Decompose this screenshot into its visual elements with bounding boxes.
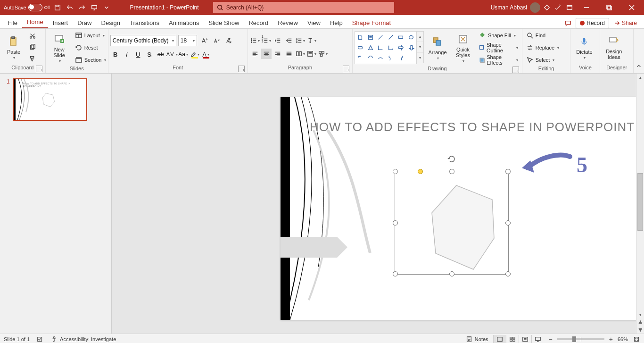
handle-tr[interactable] — [505, 169, 511, 174]
handle-tm[interactable] — [449, 169, 454, 174]
handle-tl[interactable] — [393, 169, 398, 174]
shapes-gallery[interactable] — [355, 31, 417, 64]
font-size-combo[interactable]: 18▾ — [178, 35, 197, 46]
shadow-icon[interactable]: S — [144, 49, 155, 59]
shape-selection[interactable] — [395, 171, 509, 275]
align-left-icon[interactable] — [250, 49, 260, 59]
undo-icon[interactable] — [65, 3, 74, 12]
layout-button[interactable]: Layout▾ — [73, 30, 108, 41]
toggle-switch[interactable] — [28, 4, 42, 11]
normal-view-icon[interactable] — [493, 335, 506, 343]
slide-canvas[interactable]: HOW TO ADD EFFECTS TO SHAPE IN POWERPOIN… — [112, 74, 644, 334]
align-center-icon[interactable] — [261, 49, 272, 59]
slide-thumbnail-1[interactable]: HOW TO ADD EFFECTS TO SHAPE IN POWERPOIN… — [13, 78, 87, 121]
wand-icon[interactable] — [553, 3, 563, 12]
share-button[interactable]: Share — [609, 18, 641, 28]
tab-slideshow[interactable]: Slide Show — [204, 17, 244, 28]
spellcheck-icon[interactable] — [36, 335, 44, 343]
hexagon-shape[interactable] — [423, 183, 504, 272]
bullets-icon[interactable]: ▾ — [250, 35, 260, 46]
italic-icon[interactable]: I — [122, 49, 132, 59]
align-right-icon[interactable] — [272, 49, 283, 59]
prev-slide-icon[interactable]: ⯅ — [638, 318, 643, 326]
tab-help[interactable]: Help — [325, 17, 347, 28]
change-case-icon[interactable]: Aa▾ — [178, 49, 189, 59]
sorter-view-icon[interactable] — [506, 335, 519, 343]
columns-icon[interactable]: ▾ — [295, 49, 305, 59]
record-button[interactable]: Record — [576, 18, 609, 28]
redo-icon[interactable] — [77, 3, 87, 12]
zoom-level[interactable]: 66% — [618, 336, 628, 342]
scroll-up-icon[interactable]: ▴ — [639, 74, 642, 81]
reading-view-icon[interactable] — [519, 335, 531, 343]
gallery-scroll[interactable]: ▴▾▾ — [417, 31, 424, 63]
account-button[interactable]: Usman Abbasi — [491, 2, 540, 13]
font-dialog-icon[interactable] — [238, 66, 245, 72]
minimize-button[interactable] — [576, 0, 597, 15]
highlight-icon[interactable]: ▾ — [190, 49, 200, 59]
notes-button[interactable]: Notes — [465, 335, 488, 343]
underline-icon[interactable]: U — [133, 49, 143, 59]
smartart-icon[interactable]: ▾ — [318, 49, 328, 59]
shape-outline-button[interactable]: Shape Outline▾ — [477, 42, 520, 53]
qat-more-icon[interactable] — [102, 3, 111, 12]
quick-styles-button[interactable]: Quick Styles▾ — [451, 32, 475, 64]
new-slide-button[interactable]: New Slide ▾ — [48, 32, 71, 64]
tab-home[interactable]: Home — [22, 16, 48, 28]
tab-design[interactable]: Design — [97, 17, 125, 28]
tab-record[interactable]: Record — [244, 17, 273, 28]
strike-icon[interactable]: ab — [156, 49, 166, 59]
paragraph-dialog-icon[interactable] — [343, 66, 349, 72]
decrease-font-icon[interactable] — [211, 35, 222, 46]
rotate-handle-icon[interactable] — [447, 154, 456, 164]
bold-icon[interactable]: B — [110, 49, 121, 59]
maximize-button[interactable] — [599, 0, 619, 15]
handle-ml[interactable] — [393, 220, 398, 226]
collapse-ribbon-icon[interactable] — [634, 29, 644, 73]
justify-icon[interactable] — [284, 49, 294, 59]
drawing-dialog-icon[interactable] — [512, 67, 519, 73]
decrease-indent-icon[interactable] — [272, 35, 283, 46]
section-button[interactable]: Section▾ — [73, 54, 108, 66]
tab-insert[interactable]: Insert — [48, 17, 73, 28]
scroll-down-icon[interactable]: ▾ — [639, 311, 642, 318]
fit-window-icon[interactable] — [633, 335, 640, 343]
tab-shape-format[interactable]: Shape Format — [347, 17, 396, 28]
copy-icon[interactable] — [27, 42, 38, 52]
next-slide-icon[interactable]: ⯆ — [638, 326, 643, 334]
ribbon-display-icon[interactable] — [565, 3, 574, 12]
close-button[interactable] — [621, 0, 642, 15]
scroll-thumb[interactable] — [637, 173, 643, 231]
handle-mr[interactable] — [505, 220, 511, 226]
present-from-start-icon[interactable] — [90, 3, 99, 12]
replace-button[interactable]: Replace▾ — [524, 42, 561, 53]
char-spacing-icon[interactable]: AV▾ — [167, 49, 177, 59]
clipboard-dialog-icon[interactable] — [36, 66, 42, 72]
tab-animations[interactable]: Animations — [164, 17, 204, 28]
slideshow-view-icon[interactable] — [531, 335, 544, 343]
tab-file[interactable]: File — [3, 17, 22, 28]
handle-br[interactable] — [505, 271, 511, 276]
shape-fill-button[interactable]: Shape Fill▾ — [477, 30, 520, 41]
arrange-button[interactable]: Arrange▾ — [426, 34, 449, 61]
zoom-in-icon[interactable]: + — [609, 335, 613, 343]
increase-indent-icon[interactable] — [284, 35, 294, 46]
select-button[interactable]: Select▾ — [524, 54, 561, 66]
format-painter-icon[interactable] — [27, 53, 38, 64]
zoom-out-icon[interactable]: − — [549, 335, 553, 343]
comments-button[interactable] — [561, 18, 576, 28]
search-box[interactable]: Search (Alt+Q) — [213, 2, 394, 13]
zoom-slider[interactable] — [557, 338, 604, 340]
reset-button[interactable]: Reset — [73, 42, 108, 53]
tab-draw[interactable]: Draw — [73, 17, 96, 28]
tab-transitions[interactable]: Transitions — [125, 17, 164, 28]
tab-view[interactable]: View — [303, 17, 325, 28]
font-name-combo[interactable]: Century Gothic (Body)▾ — [110, 35, 176, 46]
tab-review[interactable]: Review — [273, 17, 303, 28]
accessibility-button[interactable]: Accessibility: Investigate — [50, 335, 116, 343]
diamond-icon[interactable] — [542, 3, 552, 12]
shape-effects-button[interactable]: Shape Effects▾ — [477, 54, 520, 66]
font-color-icon[interactable]: A▾ — [201, 49, 211, 59]
autosave-toggle[interactable]: AutoSave Off — [4, 4, 50, 11]
save-icon[interactable] — [53, 3, 62, 12]
